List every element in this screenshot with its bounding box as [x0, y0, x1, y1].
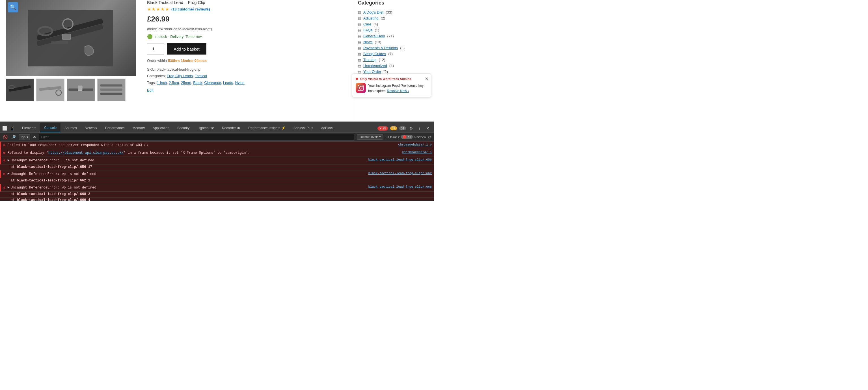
msg-source-1[interactable]: chromewebdata/:1 ⊙ [398, 143, 432, 147]
resolve-link[interactable]: Resolve Now › [387, 89, 409, 93]
count-adjusting: (2) [380, 16, 385, 20]
page-area: 🔍 [0, 0, 434, 122]
tag6[interactable]: Leads [223, 80, 233, 85]
folder-icon-sizing: ▤ [358, 52, 361, 56]
devtools-panel: ⬜ 📱 Elements Console Sources Network Per… [0, 122, 434, 201]
error-badge[interactable]: ✕ 25 [377, 126, 388, 131]
tab-performance[interactable]: Performance [101, 123, 129, 132]
tab-console-label: Console [44, 126, 57, 130]
quantity-input[interactable] [147, 43, 164, 55]
sku-label: SKU: [147, 67, 155, 71]
cat-link1[interactable]: Frog Clip Leads [167, 74, 193, 78]
thumbnail-2[interactable] [36, 78, 64, 101]
subtext-link-5a[interactable]: black-tactical-lead-frog-clip/:668:2 [17, 192, 90, 196]
tab-adblock-plus-label: Adblock Plus [293, 126, 313, 130]
tag3[interactable]: 25mm [181, 80, 191, 85]
devtools-device-icon[interactable]: 📱 [9, 126, 16, 131]
add-to-basket-button[interactable]: Add to basket [167, 43, 207, 55]
expand-arrow-3[interactable]: ▶ [8, 158, 10, 162]
count-payments: (2) [400, 46, 405, 50]
zoom-button[interactable]: 🔍 [8, 2, 18, 12]
msg-subtext-4: at black-tactical-lead-frog-clip/:662:1 [0, 178, 434, 184]
warning-badge[interactable]: 39 [390, 126, 397, 130]
folder-icon-training: ▤ [358, 58, 361, 62]
category-link-your-order[interactable]: Your Order [363, 69, 381, 74]
tab-performance-insights[interactable]: Performance insights ⚡ [244, 123, 289, 132]
msg-source-4[interactable]: black-tactical-lead-frog-clip/:662 [368, 171, 432, 175]
edit-link[interactable]: Edit [147, 88, 349, 92]
console-clear-icon[interactable]: 🚫 [2, 134, 8, 140]
filter-input[interactable] [39, 134, 355, 140]
subtext-link-3[interactable]: black-tactical-lead-frog-clip/:656:17 [17, 165, 92, 169]
category-link-sizing[interactable]: Sizing Guides [363, 52, 386, 56]
tag2[interactable]: 2.5cm [169, 80, 179, 85]
msg-source-5[interactable]: black-tactical-lead-frog-clip/:668 [368, 185, 432, 189]
expand-arrow-5[interactable]: ▶ [8, 185, 10, 189]
category-link-dogs-diet[interactable]: A Dog's Diet [363, 10, 383, 14]
context-label: top [21, 135, 26, 139]
category-link-faqs[interactable]: FAQs [363, 28, 373, 32]
category-link-training[interactable]: Training [363, 58, 376, 62]
error-icon-3: ⊗ [3, 158, 5, 163]
category-link-payments[interactable]: Payments & Refunds [363, 46, 398, 50]
count-sizing: (7) [388, 52, 393, 56]
thumbnail-1[interactable] [6, 78, 34, 101]
devtools-close-icon[interactable]: ✕ [425, 126, 431, 131]
tag4[interactable]: Black [193, 80, 202, 85]
devtools-tab-icons: ✕ 25 39 31 ⚙ ⋮ ✕ [377, 126, 433, 132]
category-link-adjusting[interactable]: Adjusting [363, 16, 378, 20]
tab-lighthouse[interactable]: Lighthouse [193, 123, 218, 132]
sidebar: Categories ▤ A Dog's Diet (33) ▤ Adjusti… [355, 0, 428, 122]
sku-value: black-tactical-lead-frog-clip [157, 67, 200, 71]
devtools-inspect-icon[interactable]: ⬜ [1, 126, 8, 131]
tab-elements[interactable]: Elements [18, 123, 40, 132]
tag5[interactable]: Clearance [204, 80, 221, 85]
tab-adblock-plus[interactable]: Adblock Plus [289, 123, 317, 132]
add-to-basket-row: Add to basket [147, 43, 349, 55]
popup-close-button[interactable]: ✕ [425, 76, 429, 82]
eye-icon[interactable]: 👁 [32, 135, 36, 139]
info-badge[interactable]: 31 [399, 126, 406, 130]
default-levels-dropdown[interactable]: Default levels ▾ [357, 134, 383, 140]
category-link-uncategorized[interactable]: Uncategorized [363, 64, 387, 68]
context-dropdown-arrow: ▾ [27, 135, 28, 139]
subtext-link-5b[interactable]: black-tactical-lead-frog-clip/:669:4 [17, 198, 90, 201]
console-filter-icon[interactable]: 🔎 [10, 134, 17, 140]
expand-arrow-4[interactable]: ▶ [8, 171, 10, 176]
devtools-tabs-bar: ⬜ 📱 Elements Console Sources Network Per… [0, 122, 434, 133]
category-item-uncategorized: ▤ Uncategorized (4) [358, 63, 426, 69]
folder-icon-faqs: ▤ [358, 28, 361, 32]
issues-section: 31 Issues: 🔴 31 6 hidden [386, 135, 426, 139]
msg-source-3[interactable]: black-tactical-lead-frog-clip/:656 [368, 158, 432, 161]
devtools-more-icon[interactable]: ⋮ [416, 126, 423, 131]
tab-sources[interactable]: Sources [61, 123, 81, 132]
msg-source-2[interactable]: chromewebdata/:1 [402, 150, 432, 154]
issues-count[interactable]: 🔴 31 [401, 135, 412, 139]
tab-network[interactable]: Network [81, 123, 101, 132]
category-link-news[interactable]: News [363, 40, 373, 44]
tag7[interactable]: Nylon [235, 80, 245, 85]
tab-memory[interactable]: Memory [129, 123, 149, 132]
tab-security[interactable]: Security [173, 123, 193, 132]
tab-application[interactable]: Application [149, 123, 173, 132]
tab-console[interactable]: Console [40, 123, 61, 132]
tag1[interactable]: 1 Inch [157, 80, 167, 85]
devtools-settings-icon[interactable]: ⚙ [408, 126, 414, 131]
reviews-link[interactable]: (13 customer reviews) [171, 7, 210, 11]
thumbnail-3[interactable] [67, 78, 95, 101]
category-link-care[interactable]: Care [363, 22, 371, 26]
subtext-link-4[interactable]: black-tactical-lead-frog-clip/:662:1 [17, 178, 90, 183]
issues-settings-icon[interactable]: ⚙ [428, 135, 432, 139]
tab-adblock[interactable]: AdBlock [317, 123, 337, 132]
tab-elements-label: Elements [22, 126, 36, 130]
category-link-general-help[interactable]: General Help [363, 34, 385, 38]
tab-performance-label: Performance [105, 126, 125, 130]
tags-line: Tags: 1 Inch, 2.5cm, 25mm, Black, Cleara… [147, 79, 349, 86]
clearpay-link[interactable]: https://placement-api.clearpay.co.uk/ [48, 151, 124, 155]
cat-link2[interactable]: Tactical [195, 74, 207, 78]
order-within: Order within 538hrs 18mins 04secs [147, 59, 349, 63]
issues-label: 31 Issues: [386, 135, 400, 139]
tab-recorder[interactable]: Recorder ⏺ [218, 123, 244, 132]
thumbnail-4[interactable] [97, 78, 126, 101]
context-dropdown[interactable]: top ▾ [19, 134, 30, 140]
